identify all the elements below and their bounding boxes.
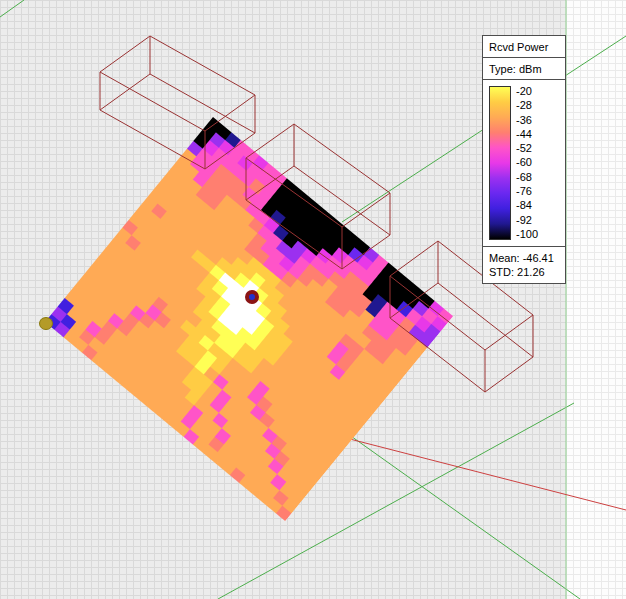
legend-tick: -36 [516, 115, 538, 126]
legend-ticks: -20-28-36-44-52-60-68-76-84-92-100 [516, 86, 538, 240]
legend-tick: -52 [516, 143, 538, 154]
legend-tick: -76 [516, 186, 538, 197]
legend-title: Rcvd Power [483, 36, 565, 57]
legend-tick: -44 [516, 129, 538, 140]
building-wireframe[interactable] [100, 36, 255, 169]
legend-tick: -100 [516, 229, 538, 240]
legend-std: STD: 21.26 [489, 265, 559, 279]
legend-tick: -68 [516, 172, 538, 183]
legend-stats: Mean: -46.41 STD: 21.26 [482, 246, 566, 284]
legend-type: Type: dBm [483, 57, 565, 79]
legend-tick: -28 [516, 100, 538, 111]
legend-tick: -60 [516, 157, 538, 168]
legend-tick: -84 [516, 200, 538, 211]
legend-scale: -20-28-36-44-52-60-68-76-84-92-100 [482, 79, 566, 247]
viewport-3d[interactable]: Rcvd Power Type: dBm -20-28-36-44-52-60-… [0, 0, 626, 599]
legend-header: Rcvd Power Type: dBm [482, 35, 566, 80]
legend-tick: -20 [516, 86, 538, 97]
endpoint-marker[interactable] [39, 317, 53, 330]
building-wireframe[interactable] [246, 124, 390, 269]
legend-panel: Rcvd Power Type: dBm -20-28-36-44-52-60-… [482, 35, 566, 284]
legend-mean: Mean: -46.41 [489, 251, 559, 265]
legend-tick: -92 [516, 215, 538, 226]
transmitter-marker[interactable] [245, 290, 259, 304]
legend-colorbar [489, 86, 511, 240]
